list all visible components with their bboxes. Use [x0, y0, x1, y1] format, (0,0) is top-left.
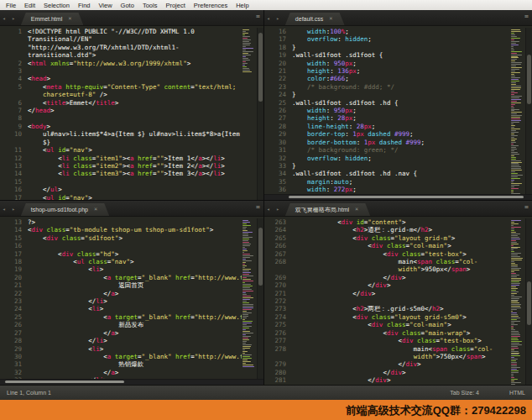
code-line: 23 /* background: #ddd; */	[268, 83, 510, 91]
tab-size-indicator[interactable]: Tab Size: 4	[450, 390, 479, 396]
code-line: 10 ul#nav>li.item$*4>a{Item $} ul#nav>li…	[3, 130, 242, 146]
menu-view[interactable]: View	[94, 2, 116, 9]
code-line: 26 width: 950px;	[268, 107, 510, 114]
scrollbar-handle[interactable]	[5, 381, 123, 383]
tab-label: 双飞翼栅格布局.html	[295, 206, 349, 214]
menu-file[interactable]: File	[2, 2, 20, 9]
code-line: 280 </div>	[268, 369, 510, 376]
tab-label: default.css	[295, 16, 323, 22]
scrollbar-handle[interactable]	[289, 196, 524, 198]
minimap[interactable]	[511, 29, 524, 194]
code-line: 268 main<span class="col-width">950px</s…	[268, 258, 510, 274]
code-line: 281 </div>	[268, 376, 510, 384]
tab-close-icon[interactable]: ×	[68, 16, 71, 22]
vertical-scrollbar[interactable]	[525, 28, 532, 194]
editor-emmet-html[interactable]: 1<!DOCTYPE html PUBLIC "-//W3C//DTD XHTM…	[0, 26, 263, 200]
tab-tshop-php[interactable]: tshop-um-sd1foot.php ×	[21, 203, 109, 216]
code-line: 26 新品发布	[3, 321, 242, 328]
menu-goto[interactable]: Goto	[117, 2, 138, 9]
editor-default-css[interactable]: 16 width:100%;17 overflow: hidden;18}19.…	[264, 26, 532, 194]
tab-scroll-arrows-icon[interactable]: ◂ ▸	[264, 15, 284, 21]
tab-emmet-html[interactable]: Emmet.html ×	[21, 13, 84, 25]
code-line: 24}	[268, 91, 510, 98]
code-area[interactable]: 263 <div id="content">264 <h2>通栏：.grid-m…	[264, 218, 510, 385]
code-line: 32 overflow: hidden;	[268, 155, 510, 162]
minimap[interactable]	[511, 220, 524, 385]
menu-project[interactable]: Project	[161, 2, 189, 9]
code-line: 16 width:100%;	[268, 28, 510, 35]
code-line: 270 </div>	[268, 281, 510, 289]
tab-overflow-icon[interactable]: ≡	[524, 204, 529, 211]
code-area[interactable]: 16 width:100%;17 overflow: hidden;18}19.…	[264, 28, 510, 194]
code-line: 28 </li>	[3, 337, 242, 344]
tab-overflow-icon[interactable]: ≡	[524, 13, 529, 20]
horizontal-scrollbar[interactable]	[264, 194, 532, 200]
code-line: 271 </div>	[268, 290, 510, 297]
editor-tshop-php[interactable]: 13?>14<div class="tb-module tshop-um tsh…	[0, 217, 263, 379]
code-line: 6 <title>Emmet</title>	[3, 99, 242, 107]
tab-overflow-icon[interactable]: ≡	[256, 204, 260, 211]
menu-find[interactable]: Find	[74, 2, 95, 9]
horizontal-scrollbar[interactable]	[0, 379, 263, 385]
tab-close-icon[interactable]: ×	[355, 207, 358, 213]
code-line: 13 <li class="item2"><a href="">Item 2</…	[3, 162, 242, 170]
qq-banner-text: 前端高级技术交流QQ群：279422298	[346, 403, 526, 418]
tab-scroll-arrows-icon[interactable]: ◂ ▸	[264, 206, 284, 212]
vertical-scrollbar[interactable]	[525, 218, 532, 385]
code-area[interactable]: 1<!DOCTYPE html PUBLIC "-//W3C//DTD XHTM…	[0, 28, 242, 200]
code-line: 263 <div id="content">	[268, 218, 510, 226]
code-line: 27 height: 28px;	[268, 114, 510, 122]
syntax-indicator[interactable]: HTML	[509, 390, 525, 396]
tab-overflow-icon[interactable]: ≡	[256, 13, 260, 20]
minimap[interactable]	[243, 220, 256, 379]
code-line: 24 <li>	[3, 305, 242, 312]
code-line: 19 <li>	[3, 265, 242, 273]
code-line: 36 width: 272px;	[268, 186, 510, 193]
pane-bottom-right: ◂ ▸ 双飞翼栅格布局.html × ≡ 263 <div id="conten…	[264, 201, 532, 385]
vertical-scrollbar[interactable]	[257, 218, 263, 379]
scrollbar-handle[interactable]	[527, 281, 531, 324]
code-line: 9<body>	[3, 123, 242, 130]
code-line: 265 <div class="layout grid-m">	[268, 234, 510, 242]
menu-tools[interactable]: Tools	[138, 2, 162, 9]
tab-default-css[interactable]: default.css ×	[285, 13, 345, 25]
code-line: 25.wall-sd1foot .sd1foot .hd {	[268, 99, 510, 107]
code-line: 4<head>	[3, 75, 242, 82]
qq-banner: 前端高级技术交流QQ群：279422298	[0, 400, 532, 420]
code-line: 21 返回首页	[3, 281, 242, 289]
scrollbar-handle[interactable]	[527, 55, 531, 104]
tabbar-bottom-right: ◂ ▸ 双飞翼栅格布局.html × ≡	[264, 201, 532, 217]
vertical-scrollbar[interactable]	[257, 28, 263, 200]
tab-close-icon[interactable]: ×	[329, 16, 332, 22]
scrollbar-handle[interactable]	[258, 33, 263, 102]
code-line: 33}	[268, 162, 510, 170]
menu-selection[interactable]: Selection	[39, 2, 74, 9]
code-line: 23 </li>	[3, 297, 242, 305]
minimap[interactable]	[243, 29, 256, 200]
code-line: 35 margin:auto;	[268, 178, 510, 186]
code-line: 279 </div>	[268, 360, 510, 368]
scrollbar-handle[interactable]	[258, 228, 263, 286]
code-line: 277 <div class="test-box">	[268, 337, 510, 344]
pane-bottom-left: ◂ ▸ tshop-um-sd1foot.php × ≡ 13?>14<div …	[0, 201, 263, 385]
editor-shuangfeiyi-html[interactable]: 263 <div id="content">264 <h2>通栏：.grid-m…	[264, 217, 532, 385]
code-line: 30 <a target="_blank" href="http://www.t	[3, 353, 242, 360]
code-line: 17 <div class="hd">	[3, 250, 242, 258]
code-line: 17 <ul id="nav">	[3, 194, 242, 200]
menu-preferences[interactable]: Preferences	[190, 2, 232, 9]
code-line: 29 border-top: 1px dashed #999;	[268, 130, 510, 138]
code-area[interactable]: 13?>14<div class="tb-module tshop-um tsh…	[0, 218, 242, 379]
tab-close-icon[interactable]: ×	[94, 207, 97, 213]
code-line: 15 <div class="sd1foot">	[3, 234, 242, 242]
code-line: 269 </div>	[268, 274, 510, 281]
code-line: 266 <div class="col-main">	[268, 242, 510, 249]
tab-shuangfeiyi-html[interactable]: 双飞翼栅格布局.html ×	[285, 203, 370, 216]
menu-bar: FileEditSelectionFindViewGotoToolsProjec…	[0, 0, 532, 10]
menu-help[interactable]: Help	[232, 2, 253, 9]
menu-edit[interactable]: Edit	[20, 2, 39, 9]
code-line: 25 <a target="_blank" href="http://www.t	[3, 313, 242, 321]
code-line: 27 </a>	[3, 329, 242, 337]
code-line: 31 /* background: green; */	[268, 146, 510, 154]
tab-scroll-arrows-icon[interactable]: ◂ ▸	[0, 15, 19, 21]
tab-scroll-arrows-icon[interactable]: ◂ ▸	[0, 206, 19, 212]
